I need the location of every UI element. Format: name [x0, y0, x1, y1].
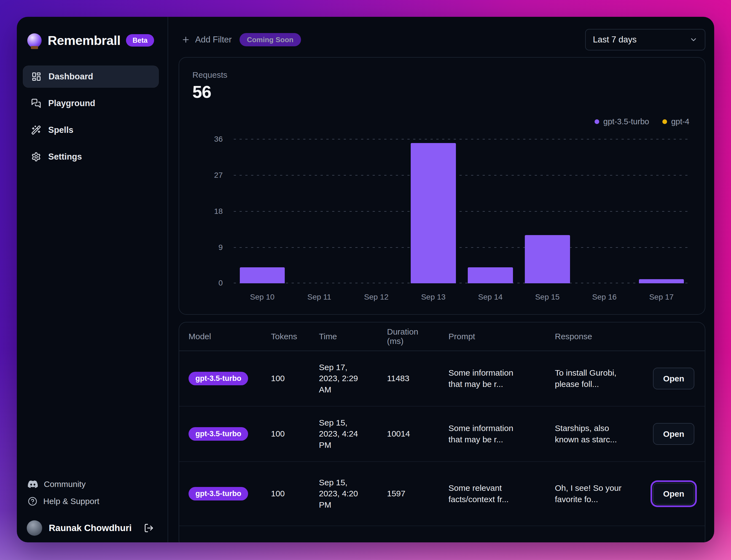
- user-row: Raunak Chowdhuri: [23, 518, 159, 539]
- chevron-down-icon: [689, 36, 698, 44]
- model-badge: gpt-3.5-turbo: [189, 487, 248, 500]
- app-title: Remembrall: [48, 33, 120, 48]
- y-axis-tick: 0: [192, 279, 223, 287]
- x-axis-labels: Sep 10 Sep 11 Sep 12 Sep 13 Sep 14 Sep 1…: [234, 293, 690, 301]
- column-header-prompt: Prompt: [448, 332, 555, 341]
- table-row: gpt-3.5-turbo 100 Sep 15, 2023, 4:24 PM …: [179, 406, 705, 462]
- y-axis-tick: 27: [192, 171, 223, 180]
- column-header-response: Response: [555, 332, 653, 341]
- x-axis-tick: Sep 15: [519, 293, 576, 301]
- chart-bar-sep-10[interactable]: [240, 267, 285, 283]
- sidebar-item-settings[interactable]: Settings: [23, 146, 159, 168]
- y-axis-tick: 18: [192, 207, 223, 216]
- prompt-cell: Some information that may be r...: [448, 423, 555, 445]
- playground-icon: [31, 98, 41, 108]
- sidebar-spacer: [23, 168, 159, 476]
- column-header-duration: Duration (ms): [387, 327, 448, 346]
- sidebar-item-label: Spells: [48, 125, 73, 135]
- help-icon: [28, 497, 37, 506]
- logo: Remembrall Beta: [27, 33, 159, 48]
- requests-chart-card: Requests 56 gpt-3.5-turbo gpt-4 36: [179, 57, 705, 315]
- y-axis-tick: 36: [192, 135, 223, 144]
- add-filter-button[interactable]: Add Filter: [181, 35, 232, 45]
- open-button[interactable]: Open: [653, 368, 694, 389]
- add-filter-label: Add Filter: [195, 35, 232, 45]
- time-cell: Sep 15, 2023, 4:24 PM: [319, 417, 387, 451]
- metric-label: Requests: [192, 70, 692, 80]
- sidebar-item-label: Playground: [48, 98, 95, 108]
- duration-cell: 10014: [387, 428, 448, 440]
- table-row: gpt-3.5-turbo 100 Sep 15, 2023, 4:20 PM …: [179, 462, 705, 526]
- column-header-time: Time: [319, 332, 387, 341]
- y-axis-tick: 9: [192, 243, 223, 252]
- topbar: Add Filter Coming Soon Last 7 days: [179, 29, 705, 50]
- avatar[interactable]: [27, 520, 42, 536]
- sidebar-item-spells[interactable]: Spells: [23, 119, 159, 141]
- open-button-focused[interactable]: Open: [653, 483, 694, 505]
- model-badge: gpt-3.5-turbo: [189, 427, 248, 441]
- coming-soon-badge: Coming Soon: [240, 33, 301, 46]
- chart-legend: gpt-3.5-turbo gpt-4: [192, 117, 689, 126]
- time-cell: Sep 15, 2023, 4:20 PM: [319, 477, 387, 511]
- open-button[interactable]: Open: [653, 423, 694, 445]
- chart-bar-sep-13[interactable]: [411, 143, 456, 283]
- user-name: Raunak Chowdhuri: [49, 523, 132, 533]
- response-cell: Starships, also known as starc...: [555, 423, 653, 445]
- model-badge: gpt-3.5-turbo: [189, 372, 248, 385]
- date-range-select[interactable]: Last 7 days: [585, 29, 705, 50]
- sidebar: Remembrall Beta Dashboard Playground: [17, 17, 168, 542]
- crystal-ball-icon: [27, 33, 42, 48]
- logout-icon[interactable]: [144, 523, 154, 533]
- response-cell: To install Gurobi, please foll...: [555, 367, 653, 390]
- x-axis-tick: Sep 13: [405, 293, 462, 301]
- requests-table-card: Model Tokens Time Duration (ms) Prompt R…: [179, 322, 705, 542]
- x-axis-tick: Sep 11: [291, 293, 348, 301]
- sidebar-nav: Dashboard Playground Spells: [23, 66, 159, 168]
- duration-cell: 1597: [387, 488, 448, 499]
- legend-item-gpt-4: gpt-4: [662, 117, 689, 126]
- main-content: Add Filter Coming Soon Last 7 days Reque…: [168, 17, 714, 542]
- x-axis-tick: Sep 12: [348, 293, 405, 301]
- desktop-background: Remembrall Beta Dashboard Playground: [0, 0, 731, 560]
- time-cell: Sep 17, 2023, 2:29 AM: [319, 362, 387, 395]
- legend-label: gpt-3.5-turbo: [603, 117, 649, 126]
- bar-slots: [234, 139, 690, 283]
- plus-icon: [181, 35, 190, 44]
- prompt-cell: Some information that may be r...: [448, 367, 555, 390]
- table-header-row: Model Tokens Time Duration (ms) Prompt R…: [179, 322, 705, 351]
- sidebar-item-help-support[interactable]: Help & Support: [23, 493, 159, 510]
- column-header-tokens: Tokens: [271, 332, 319, 341]
- dashboard-icon: [31, 72, 41, 82]
- sidebar-item-community[interactable]: Community: [23, 476, 159, 493]
- legend-item-gpt-3-5-turbo: gpt-3.5-turbo: [595, 117, 649, 126]
- column-header-model: Model: [189, 332, 271, 341]
- chart-bar-sep-14[interactable]: [468, 267, 513, 283]
- legend-dot-purple: [595, 119, 599, 124]
- x-axis-tick: Sep 17: [633, 293, 690, 301]
- metric-value: 56: [192, 82, 692, 102]
- app-window: Remembrall Beta Dashboard Playground: [17, 17, 714, 542]
- tokens-cell: 100: [271, 488, 319, 499]
- sidebar-item-dashboard[interactable]: Dashboard: [23, 66, 159, 88]
- spells-icon: [31, 125, 41, 135]
- legend-label: gpt-4: [671, 117, 689, 126]
- sidebar-item-label: Community: [44, 480, 86, 489]
- sidebar-item-playground[interactable]: Playground: [23, 92, 159, 114]
- sidebar-item-label: Settings: [48, 152, 82, 162]
- table-row: gpt-3.5-turbo 100 Sep 17, 2023, 2:29 AM …: [179, 351, 705, 406]
- tokens-cell: 100: [271, 373, 319, 384]
- bar-chart-plot: 36 27 18 9 0: [234, 139, 690, 283]
- x-axis-tick: Sep 14: [462, 293, 519, 301]
- sidebar-item-label: Dashboard: [49, 72, 93, 82]
- prompt-cell: Some relevant facts/context fr...: [448, 483, 555, 505]
- chart-bar-sep-15[interactable]: [525, 235, 570, 283]
- tokens-cell: 100: [271, 428, 319, 440]
- legend-dot-yellow: [662, 119, 667, 124]
- x-axis-tick: Sep 10: [234, 293, 291, 301]
- date-range-value: Last 7 days: [593, 35, 637, 45]
- discord-icon: [28, 480, 38, 488]
- chart-bar-sep-17[interactable]: [639, 279, 684, 283]
- x-axis-tick: Sep 16: [576, 293, 633, 301]
- beta-badge: Beta: [126, 34, 154, 47]
- sidebar-item-label: Help & Support: [43, 497, 99, 506]
